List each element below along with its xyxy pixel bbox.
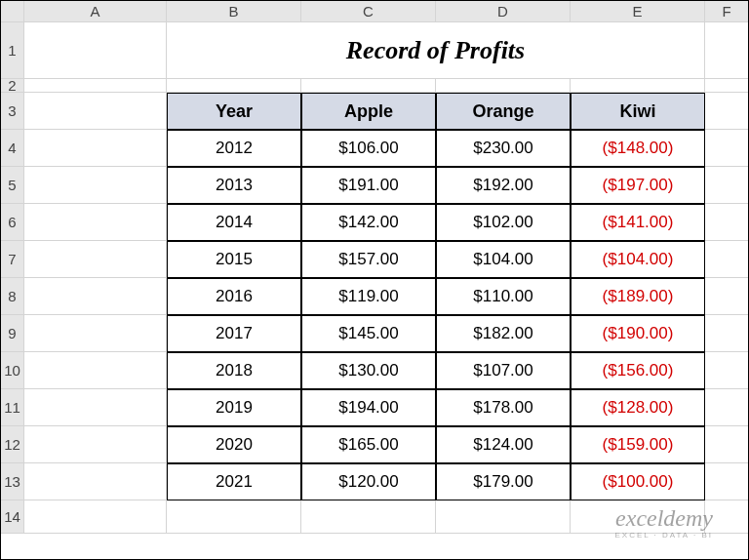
page-title[interactable]: Record of Profits: [167, 22, 705, 79]
row-header-3[interactable]: 3: [1, 93, 24, 130]
cell-orange[interactable]: $124.00: [436, 426, 571, 463]
cell-kiwi[interactable]: ($197.00): [571, 167, 705, 204]
cell-year[interactable]: 2018: [167, 352, 301, 389]
cell-F10[interactable]: [705, 352, 749, 389]
cell-apple[interactable]: $145.00: [301, 315, 436, 352]
row-header-7[interactable]: 7: [1, 241, 24, 278]
cell-A6[interactable]: [24, 204, 167, 241]
row-header-13[interactable]: 13: [1, 463, 24, 500]
cell-kiwi[interactable]: ($141.00): [571, 204, 705, 241]
row-header-14[interactable]: 14: [1, 500, 24, 534]
col-header-F[interactable]: F: [705, 1, 749, 22]
cell-B2[interactable]: [167, 79, 301, 93]
col-header-B[interactable]: B: [167, 1, 301, 22]
col-header-C[interactable]: C: [301, 1, 436, 22]
cell-C14[interactable]: [301, 500, 436, 534]
cell-kiwi[interactable]: ($104.00): [571, 241, 705, 278]
cell-year[interactable]: 2020: [167, 426, 301, 463]
cell-kiwi[interactable]: ($156.00): [571, 352, 705, 389]
row-header-9[interactable]: 9: [1, 315, 24, 352]
cell-kiwi[interactable]: ($189.00): [571, 278, 705, 315]
cell-kiwi[interactable]: ($100.00): [571, 463, 705, 500]
cell-A2[interactable]: [24, 79, 167, 93]
cell-apple[interactable]: $194.00: [301, 389, 436, 426]
cell-A13[interactable]: [24, 463, 167, 500]
cell-orange[interactable]: $110.00: [436, 278, 571, 315]
cell-kiwi[interactable]: ($148.00): [571, 130, 705, 167]
cell-apple[interactable]: $142.00: [301, 204, 436, 241]
cell-D2[interactable]: [436, 79, 571, 93]
cell-F8[interactable]: [705, 278, 749, 315]
cell-A10[interactable]: [24, 352, 167, 389]
cell-year[interactable]: 2013: [167, 167, 301, 204]
cell-F11[interactable]: [705, 389, 749, 426]
row-header-5[interactable]: 5: [1, 167, 24, 204]
cell-A5[interactable]: [24, 167, 167, 204]
cell-orange[interactable]: $192.00: [436, 167, 571, 204]
cell-apple[interactable]: $157.00: [301, 241, 436, 278]
header-year[interactable]: Year: [167, 93, 301, 130]
cell-A4[interactable]: [24, 130, 167, 167]
cell-A9[interactable]: [24, 315, 167, 352]
cell-F13[interactable]: [705, 463, 749, 500]
header-apple[interactable]: Apple: [301, 93, 436, 130]
cell-A14[interactable]: [24, 500, 167, 534]
cell-D14[interactable]: [436, 500, 571, 534]
cell-kiwi[interactable]: ($159.00): [571, 426, 705, 463]
cell-F1[interactable]: [705, 22, 749, 79]
cell-A1[interactable]: [24, 22, 167, 79]
cell-kiwi[interactable]: ($128.00): [571, 389, 705, 426]
cell-F12[interactable]: [705, 426, 749, 463]
cell-orange[interactable]: $178.00: [436, 389, 571, 426]
cell-apple[interactable]: $165.00: [301, 426, 436, 463]
cell-B14[interactable]: [167, 500, 301, 534]
cell-A7[interactable]: [24, 241, 167, 278]
cell-orange[interactable]: $230.00: [436, 130, 571, 167]
row-header-8[interactable]: 8: [1, 278, 24, 315]
cell-year[interactable]: 2012: [167, 130, 301, 167]
row-header-1[interactable]: 1: [1, 22, 24, 79]
cell-orange[interactable]: $102.00: [436, 204, 571, 241]
cell-C2[interactable]: [301, 79, 436, 93]
col-header-A[interactable]: A: [24, 1, 167, 22]
row-header-2[interactable]: 2: [1, 79, 24, 93]
cell-F7[interactable]: [705, 241, 749, 278]
cell-kiwi[interactable]: ($190.00): [571, 315, 705, 352]
cell-year[interactable]: 2014: [167, 204, 301, 241]
cell-orange[interactable]: $104.00: [436, 241, 571, 278]
cell-year[interactable]: 2017: [167, 315, 301, 352]
col-header-D[interactable]: D: [436, 1, 571, 22]
cell-year[interactable]: 2019: [167, 389, 301, 426]
cell-A11[interactable]: [24, 389, 167, 426]
cell-year[interactable]: 2016: [167, 278, 301, 315]
cell-F4[interactable]: [705, 130, 749, 167]
cell-F2[interactable]: [705, 79, 749, 93]
cell-F9[interactable]: [705, 315, 749, 352]
row-header-6[interactable]: 6: [1, 204, 24, 241]
row-header-12[interactable]: 12: [1, 426, 24, 463]
cell-apple[interactable]: $119.00: [301, 278, 436, 315]
header-orange[interactable]: Orange: [436, 93, 571, 130]
cell-orange[interactable]: $107.00: [436, 352, 571, 389]
cell-year[interactable]: 2021: [167, 463, 301, 500]
cell-A12[interactable]: [24, 426, 167, 463]
cell-F5[interactable]: [705, 167, 749, 204]
cell-A8[interactable]: [24, 278, 167, 315]
cell-E2[interactable]: [571, 79, 705, 93]
col-header-E[interactable]: E: [571, 1, 705, 22]
cell-apple[interactable]: $191.00: [301, 167, 436, 204]
cell-apple[interactable]: $106.00: [301, 130, 436, 167]
cell-orange[interactable]: $179.00: [436, 463, 571, 500]
cell-A3[interactable]: [24, 93, 167, 130]
row-header-11[interactable]: 11: [1, 389, 24, 426]
cell-F6[interactable]: [705, 204, 749, 241]
cell-F3[interactable]: [705, 93, 749, 130]
select-all-corner[interactable]: [1, 1, 24, 22]
cell-apple[interactable]: $130.00: [301, 352, 436, 389]
cell-apple[interactable]: $120.00: [301, 463, 436, 500]
header-kiwi[interactable]: Kiwi: [571, 93, 705, 130]
row-header-4[interactable]: 4: [1, 130, 24, 167]
cell-year[interactable]: 2015: [167, 241, 301, 278]
cell-orange[interactable]: $182.00: [436, 315, 571, 352]
row-header-10[interactable]: 10: [1, 352, 24, 389]
